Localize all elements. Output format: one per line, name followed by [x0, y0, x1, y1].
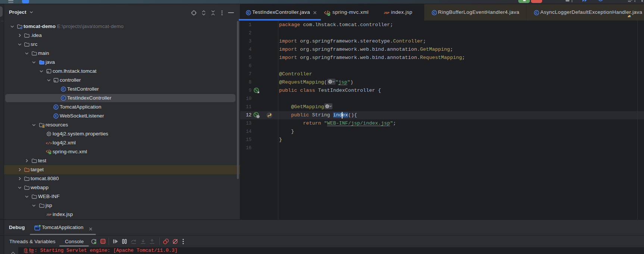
svg-text:JSP: JSP — [384, 11, 390, 15]
svg-text:C: C — [433, 11, 436, 15]
svg-text:C: C — [247, 11, 250, 15]
svg-text:C: C — [55, 105, 57, 109]
svg-text:C: C — [62, 87, 65, 91]
svg-text:C: C — [55, 114, 57, 118]
svg-text:JSP: JSP — [46, 213, 51, 216]
svg-text:C: C — [535, 11, 538, 15]
svg-text:</>: </> — [46, 141, 52, 145]
svg-text:C: C — [62, 96, 65, 100]
